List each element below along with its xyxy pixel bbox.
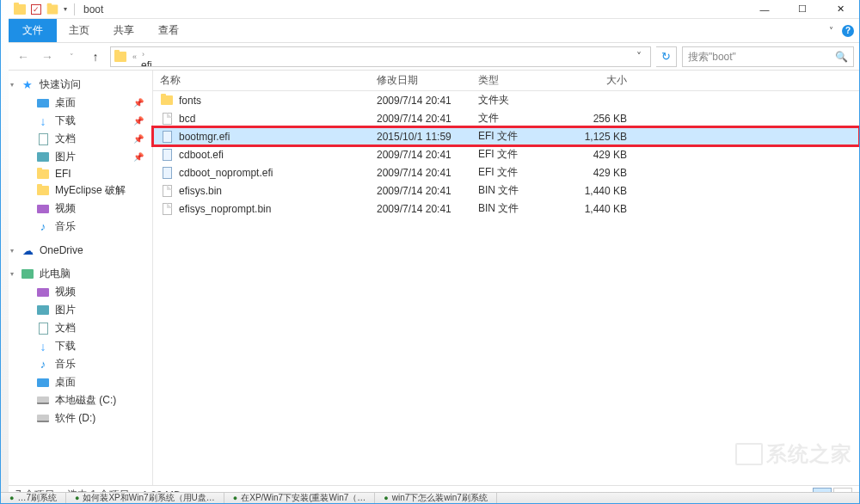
file-row[interactable]: fonts2009/7/14 20:41文件夹 [153,91,859,109]
sidebar-item[interactable]: 本地磁盘 (C:) [9,391,152,409]
sidebar-item-label: 图片 [55,150,76,164]
breadcrumb-segment[interactable]: cn_windows_7_professional_x64 [139,46,294,47]
tab-share[interactable]: 共享 [101,19,146,42]
close-button[interactable]: ✕ [821,0,859,19]
file-row[interactable]: efisys_noprompt.bin2009/7/14 20:41BIN 文件… [153,200,859,218]
file-row[interactable]: bootmgr.efi2015/10/1 11:59EFI 文件1,125 KB [153,127,859,145]
item-icon [36,203,50,215]
sidebar-item[interactable]: ♪音乐 [9,355,152,373]
breadcrumb-segment[interactable]: efi [139,59,294,67]
sidebar-item[interactable]: 文档📌 [9,130,152,148]
sidebar-item[interactable]: ♪音乐 [9,218,152,236]
file-date: 2009/7/14 20:41 [370,95,471,107]
pin-icon: 📌 [133,116,144,126]
up-button[interactable]: ↑ [86,47,105,66]
pin-icon: 📌 [133,152,144,162]
sidebar-quick-access[interactable]: ★ 快速访问 [9,76,152,94]
qat-properties-icon[interactable]: ✓ [31,4,41,15]
file-name: bootmgr.efi [179,131,230,143]
download-icon: ↓ [36,115,50,127]
column-type[interactable]: 类型 [471,73,557,88]
file-type: BIN 文件 [471,201,557,216]
search-icon[interactable]: 🔍 [835,51,848,63]
sidebar-item-label: 软件 (D:) [55,411,95,426]
file-name: efisys.bin [179,185,222,197]
item-icon [36,168,50,180]
breadcrumb-overflow[interactable]: « [132,52,137,61]
sidebar-item[interactable]: 软件 (D:) [9,409,152,427]
file-icon [160,202,174,216]
sidebar-item[interactable]: 视频 [9,200,152,218]
breadcrumb[interactable]: « 文档 (E:)›压缩文件›cn_windows_7_professional… [110,46,651,67]
sidebar-item[interactable]: 视频 [9,283,152,301]
file-size: 1,440 KB [557,185,635,197]
sidebar-item[interactable]: MyEclipse 破解 [9,181,152,200]
sidebar-onedrive[interactable]: ☁ OneDrive [9,243,152,258]
ribbon-expand-icon[interactable]: ˅ [826,26,837,35]
file-row[interactable]: cdboot.efi2009/7/14 20:41EFI 文件429 KB [153,145,859,163]
sidebar-item-label: 桌面 [55,95,76,110]
sidebar-this-pc[interactable]: 此电脑 [9,265,152,283]
search-input[interactable] [688,51,835,63]
sidebar-item[interactable]: 桌面 [9,373,152,391]
qat-newfolder-icon[interactable] [47,4,58,14]
navigation-pane[interactable]: ★ 快速访问 桌面📌↓下载📌文档📌图片📌EFIMyEclipse 破解视频♪音乐… [9,71,153,485]
taskbar-item[interactable]: ●如何装XP和Win7刷系统（用U盘… [66,492,224,503]
sidebar-item-label: 本地磁盘 (C:) [55,393,116,408]
minimize-button[interactable]: ― [746,0,783,19]
taskbar-item[interactable]: ●在XP/Win7下安装(重装Win7（… [224,492,375,503]
file-name: efisys_noprompt.bin [179,203,271,215]
sidebar-item[interactable]: 文档 [9,319,152,337]
column-headers: 名称 修改日期 类型 大小 [153,71,859,91]
sidebar-item-label: 桌面 [55,375,76,390]
sidebar-item-label: 下载 [55,114,76,128]
star-icon: ★ [21,79,34,91]
file-date: 2009/7/14 20:41 [370,185,471,197]
file-type: EFI 文件 [471,147,557,162]
qat-customize-icon[interactable]: ▾ [64,5,67,13]
sidebar-item-label: 音乐 [55,357,76,372]
sidebar-item-label: 视频 [55,201,76,216]
recent-dropdown[interactable]: ˅ [62,47,81,66]
sidebar-item[interactable]: 桌面📌 [9,94,152,112]
maximize-button[interactable]: ☐ [783,0,821,19]
tab-home[interactable]: 主页 [57,19,101,42]
sidebar-item[interactable]: ↓下载 [9,337,152,355]
file-icon [160,166,174,180]
tab-view[interactable]: 查看 [146,19,191,42]
file-row[interactable]: cdboot_noprompt.efi2009/7/14 20:41EFI 文件… [153,163,859,181]
sidebar-item-label: EFI [55,168,71,180]
file-icon [160,112,174,126]
column-name[interactable]: 名称 [153,73,370,88]
file-type: 文件 [471,111,557,126]
sidebar-item[interactable]: 图片📌 [9,148,152,166]
file-type: 文件夹 [471,93,557,108]
file-date: 2009/7/14 20:41 [370,149,471,161]
forward-button[interactable]: → [38,47,57,66]
file-tab[interactable]: 文件 [9,19,57,42]
cloud-icon: ☁ [21,244,34,256]
back-button[interactable]: ← [14,47,33,66]
refresh-button[interactable]: ↻ [656,46,677,67]
search-box[interactable]: 🔍 [682,46,854,67]
file-date: 2009/7/14 20:41 [370,203,471,215]
taskbar-item[interactable]: ●win7下怎么装win7刷系统 [375,492,497,503]
file-size: 429 KB [557,167,635,179]
column-size[interactable]: 大小 [557,73,635,88]
help-icon[interactable]: ? [842,25,854,37]
file-row[interactable]: efisys.bin2009/7/14 20:41BIN 文件1,440 KB [153,181,859,200]
breadcrumb-expand-icon[interactable]: ˅ [631,51,647,63]
file-size: 1,440 KB [557,203,635,215]
sidebar-item[interactable]: ↓下载📌 [9,112,152,130]
taskbar-item[interactable]: ●…7刷系统 [1,492,66,503]
watermark: 系统之家 [735,440,852,468]
item-icon [36,304,50,317]
sidebar-item[interactable]: EFI [9,166,152,181]
chevron-right-icon[interactable]: › [142,50,144,58]
file-list[interactable]: 名称 修改日期 类型 大小 fonts2009/7/14 20:41文件夹bcd… [153,71,859,485]
music-icon: ♪ [36,221,50,233]
column-date[interactable]: 修改日期 [370,73,471,88]
file-row[interactable]: bcd2009/7/14 20:41文件256 KB [153,109,859,127]
item-icon [36,395,50,407]
sidebar-item[interactable]: 图片 [9,301,152,319]
